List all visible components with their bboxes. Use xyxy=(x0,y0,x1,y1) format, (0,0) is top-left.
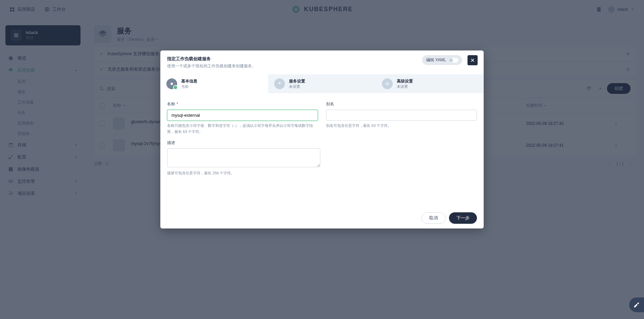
service-settings-icon xyxy=(274,78,285,89)
svg-rect-48 xyxy=(386,83,389,83)
toggle-switch xyxy=(449,58,458,63)
tab-advanced-sub: 未设置 xyxy=(397,84,413,89)
next-button[interactable]: 下一步 xyxy=(449,212,477,224)
create-service-modal: 指定工作负载创建服务 使用一个或多个现有的工作负载创建来创建服务。 编辑 YAM… xyxy=(160,50,484,228)
svg-marker-47 xyxy=(278,82,281,84)
name-hint: 名称只能包含小写字母、数字和连字符（-），必须以小写字母开头并以小写字母或数字结… xyxy=(167,123,318,135)
desc-textarea[interactable] xyxy=(167,148,320,167)
desc-label: 描述 xyxy=(167,140,320,146)
svg-rect-49 xyxy=(386,83,389,84)
name-label: 名称* xyxy=(167,101,318,107)
svg-point-46 xyxy=(171,83,173,85)
wizard-tab-advanced[interactable]: 高级设置 未设置 xyxy=(376,74,484,93)
yaml-toggle[interactable]: 编辑 YAML xyxy=(422,55,462,65)
yaml-label: 编辑 YAML xyxy=(426,57,446,63)
tab-service-sub: 未设置 xyxy=(289,84,305,89)
alias-label: 别名 xyxy=(326,101,477,107)
help-fab[interactable] xyxy=(629,297,644,312)
advanced-settings-icon xyxy=(382,78,393,89)
desc-hint: 描述可包含任意字符，最长 256 个字符。 xyxy=(167,170,320,176)
wizard-tabs: 基本信息 当前 服务设置 未设置 高级设置 未设置 xyxy=(160,74,484,93)
wizard-tab-basic[interactable]: 基本信息 当前 xyxy=(160,74,268,93)
close-icon xyxy=(470,58,475,63)
alias-input[interactable] xyxy=(326,110,477,121)
modal-close-button[interactable] xyxy=(468,55,478,65)
tab-service-title: 服务设置 xyxy=(289,78,305,84)
wrench-icon xyxy=(634,302,640,308)
tab-basic-sub: 当前 xyxy=(181,84,197,89)
wizard-tab-service[interactable]: 服务设置 未设置 xyxy=(268,74,376,93)
tab-advanced-title: 高级设置 xyxy=(397,78,413,84)
svg-rect-50 xyxy=(386,84,389,85)
modal-overlay: 指定工作负载创建服务 使用一个或多个现有的工作负载创建来创建服务。 编辑 YAM… xyxy=(0,0,644,319)
basic-info-icon xyxy=(166,78,177,89)
cancel-button[interactable]: 取消 xyxy=(421,212,446,224)
name-input[interactable] xyxy=(167,110,318,121)
tab-basic-title: 基本信息 xyxy=(181,78,197,84)
alias-hint: 别名可包含任意字符，最长 63 个字符。 xyxy=(326,123,477,129)
